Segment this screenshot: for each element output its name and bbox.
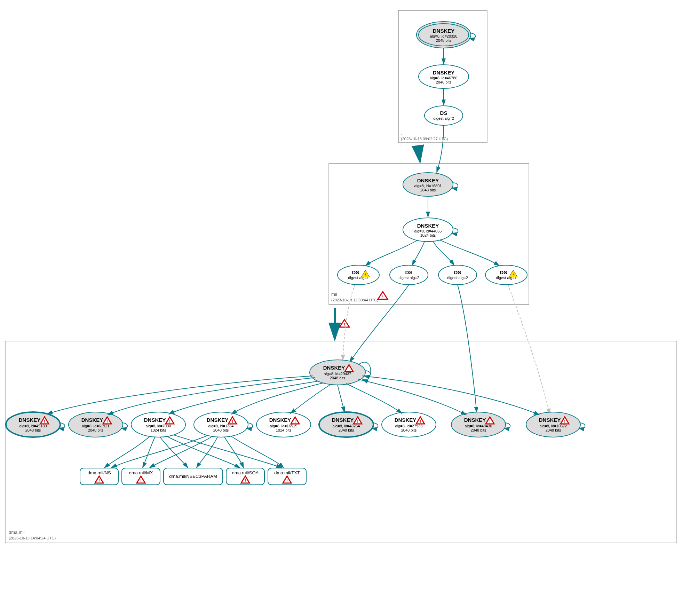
svg-text:!: ! [98, 479, 100, 483]
svg-text:!: ! [357, 419, 358, 424]
svg-text:2048 bits: 2048 bits [471, 428, 486, 432]
node-k48430: DNSKEY alg=8, id=48430 2048 bits ! [451, 412, 510, 437]
svg-text:alg=8, id=45180: alg=8, id=45180 [19, 424, 47, 428]
svg-text:DNSKEY: DNSKEY [464, 417, 486, 423]
node-k16515: DNSKEY alg=8, id=16515 1024 bits ! [256, 412, 311, 437]
node-ds2: DS digest alg=2 [390, 265, 428, 285]
node-dma-ksk: DNSKEY alg=8, id=29437 2048 bits ! [310, 360, 371, 385]
svg-text:!: ! [382, 295, 383, 299]
svg-text:alg=8, id=46780: alg=8, id=46780 [430, 76, 458, 80]
svg-text:2048 bits: 2048 bits [420, 188, 436, 192]
svg-text:!: ! [232, 419, 233, 424]
svg-text:2048 bits: 2048 bits [88, 428, 104, 432]
svg-text:DNSKEY: DNSKEY [433, 70, 455, 76]
svg-text:alg=8, id=27933: alg=8, id=27933 [395, 424, 423, 428]
svg-text:DS: DS [405, 269, 413, 275]
svg-text:alg=8, id=44065: alg=8, id=44065 [414, 229, 442, 233]
svg-text:alg=8, id=16801: alg=8, id=16801 [414, 184, 442, 188]
svg-text:!: ! [294, 419, 296, 424]
svg-text:DS: DS [500, 269, 507, 275]
svg-text:!: ! [106, 419, 108, 424]
svg-text:digest alg=2: digest alg=2 [447, 276, 468, 280]
rr-soa: dma.mil/SOA ! [226, 468, 264, 485]
svg-text:digest alg=2: digest alg=2 [398, 276, 419, 280]
node-k7030: DNSKEY alg=8, id=7030 1024 bits ! [131, 412, 185, 437]
svg-text:1024 bits: 1024 bits [420, 233, 436, 237]
svg-text:DNSKEY: DNSKEY [81, 417, 103, 423]
svg-text:dma.mil/MX: dma.mil/MX [129, 470, 153, 475]
zone-dma-label: dma.mil [9, 530, 25, 535]
rr-mx: dma.mil/MX ! [122, 468, 160, 485]
svg-text:DS: DS [440, 110, 447, 116]
node-root-ds: DS digest alg=2 [425, 106, 463, 125]
rr-nsec3param: dma.mil/NSEC3PARAM [164, 468, 223, 485]
svg-text:2048 bits: 2048 bits [546, 428, 561, 432]
svg-text:DNSKEY: DNSKEY [395, 417, 417, 423]
svg-text:2048 bits: 2048 bits [436, 38, 452, 42]
dnssec-diagram: . (2023-10-13 09:02:27 UTC) DNSKEY alg=8… [0, 0, 682, 616]
node-ds1: DS digest alg=1 ! [338, 265, 379, 285]
node-k1384: DNSKEY alg=8, id=1384 2048 bits ! [194, 412, 253, 437]
svg-text:!: ! [564, 419, 565, 424]
svg-text:!: ! [44, 419, 45, 424]
svg-text:DNSKEY: DNSKEY [144, 417, 166, 423]
node-root-zsk: DNSKEY alg=8, id=46780 2048 bits [419, 65, 469, 88]
svg-text:2048 bits: 2048 bits [25, 428, 41, 432]
zone-mil-time: (2023-10-13 12:39:44 UTC) [331, 298, 378, 302]
node-k10672: DNSKEY alg=8, id=10672 2048 bits ! [526, 412, 585, 437]
svg-text:alg=8, id=1384: alg=8, id=1384 [208, 424, 234, 428]
svg-text:DS: DS [454, 269, 461, 275]
node-k61921: DNSKEY alg=8, id=61921 2048 bits ! [69, 412, 127, 437]
zone-root-time: (2023-10-13 09:02:27 UTC) [401, 137, 448, 141]
svg-text:!: ! [286, 479, 288, 483]
node-root-ksk: DNSKEY alg=8, id=20326 2048 bits [417, 22, 475, 48]
svg-text:2048 bits: 2048 bits [339, 428, 354, 432]
svg-text:DNSKEY: DNSKEY [332, 417, 354, 423]
svg-text:1024 bits: 1024 bits [151, 428, 166, 432]
error-icon: ! [378, 292, 388, 299]
svg-text:!: ! [140, 479, 142, 483]
svg-text:alg=8, id=29437: alg=8, id=29437 [324, 372, 351, 376]
svg-text:DNSKEY: DNSKEY [539, 417, 561, 423]
svg-text:alg=8, id=48264: alg=8, id=48264 [333, 424, 360, 428]
svg-text:DS: DS [352, 269, 359, 275]
svg-text:2048 bits: 2048 bits [401, 428, 417, 432]
rr-ns: dma.mil/NS ! [80, 468, 118, 485]
svg-text:alg=8, id=7030: alg=8, id=7030 [146, 424, 171, 428]
node-mil-zsk: DNSKEY alg=8, id=44065 1024 bits [403, 218, 458, 242]
svg-text:alg=8, id=20326: alg=8, id=20326 [430, 34, 458, 38]
node-k27933: DNSKEY alg=8, id=27933 2048 bits ! [382, 412, 436, 437]
svg-text:dma.mil/SOA: dma.mil/SOA [232, 470, 259, 475]
rr-txt: dma.mil/TXT ! [268, 468, 306, 485]
svg-text:DNSKEY: DNSKEY [417, 223, 439, 229]
node-mil-ksk: DNSKEY alg=8, id=16801 2048 bits [403, 173, 458, 196]
svg-text:DNSKEY: DNSKEY [207, 417, 229, 423]
svg-text:!: ! [513, 273, 514, 277]
svg-text:alg=8, id=10672: alg=8, id=10672 [540, 424, 567, 428]
svg-text:DNSKEY: DNSKEY [269, 417, 291, 423]
svg-text:!: ! [420, 419, 421, 424]
svg-text:dma.mil/TXT: dma.mil/TXT [274, 470, 300, 475]
svg-text:!: ! [344, 323, 345, 327]
svg-text:2048 bits: 2048 bits [330, 376, 346, 380]
svg-text:!: ! [489, 419, 491, 424]
svg-text:dma.mil/NS: dma.mil/NS [87, 470, 111, 475]
node-k48264: DNSKEY alg=8, id=48264 2048 bits ! [319, 412, 378, 437]
svg-text:dma.mil/NSEC3PARAM: dma.mil/NSEC3PARAM [169, 474, 217, 479]
svg-text:2048 bits: 2048 bits [213, 428, 229, 432]
svg-text:DNSKEY: DNSKEY [433, 28, 455, 34]
svg-text:2048 bits: 2048 bits [436, 80, 452, 84]
svg-text:DNSKEY: DNSKEY [323, 365, 345, 371]
svg-text:1024 bits: 1024 bits [276, 428, 292, 432]
zone-dma-time: (2023-10-13 14:04:24 UTC) [9, 536, 56, 540]
error-icon: ! [340, 319, 349, 327]
svg-text:digest alg=2: digest alg=2 [433, 116, 454, 120]
svg-text:!: ! [348, 367, 350, 371]
svg-text:!: ! [365, 273, 366, 277]
svg-text:alg=8, id=16515: alg=8, id=16515 [270, 424, 298, 428]
svg-text:alg=8, id=61921: alg=8, id=61921 [82, 424, 110, 428]
zone-mil-label: mil [331, 292, 337, 297]
node-k45180: DNSKEY alg=8, id=45180 2048 bits ! [6, 412, 65, 437]
svg-text:!: ! [169, 419, 170, 424]
svg-text:DNSKEY: DNSKEY [19, 417, 41, 423]
